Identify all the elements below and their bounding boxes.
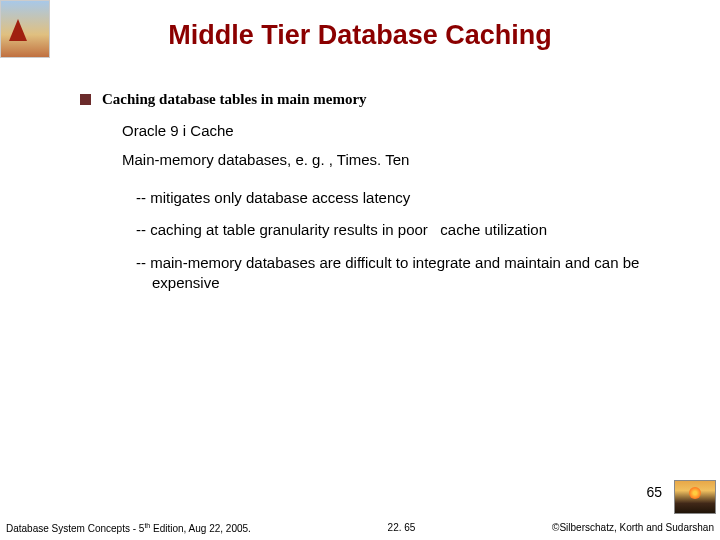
lead-bullet: Caching database tables in main memory [80, 91, 680, 108]
footer-left-post: Edition, Aug 22, 2005. [150, 523, 251, 534]
sailboat-logo [0, 0, 50, 58]
slide-body: Caching database tables in main memory O… [0, 91, 720, 293]
sub-item: Oracle 9 i Cache [122, 122, 680, 139]
dash-item: -- main-memory databases are difficult t… [136, 253, 680, 294]
page-number: 65 [646, 484, 662, 500]
footer-left: Database System Concepts - 5th Edition, … [6, 522, 251, 534]
footer-right: ©Silberschatz, Korth and Sudarshan [552, 522, 714, 534]
dash-item: -- mitigates only database access latenc… [136, 188, 680, 208]
slide-title: Middle Tier Database Caching [0, 0, 720, 91]
footer-center: 22. 65 [388, 522, 416, 534]
footer-left-pre: Database System Concepts - 5 [6, 523, 144, 534]
lead-text: Caching database tables in main memory [102, 91, 367, 107]
footer: Database System Concepts - 5th Edition, … [0, 522, 720, 534]
dash-item: -- caching at table granularity results … [136, 220, 680, 240]
sub-item: Main-memory databases, e. g. , Times. Te… [122, 151, 680, 168]
sunset-logo [674, 480, 716, 514]
square-bullet-icon [80, 94, 91, 105]
